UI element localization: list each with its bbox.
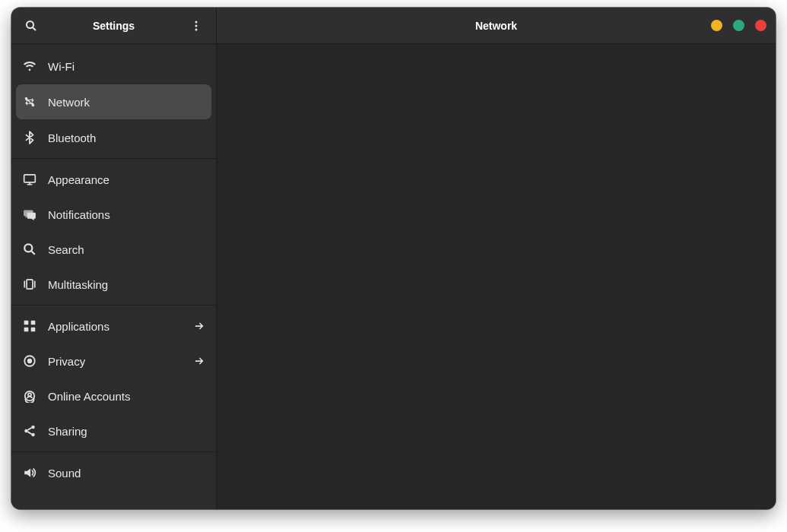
notifications-icon — [22, 207, 37, 222]
sidebar-item-label: Appearance — [48, 173, 205, 186]
separator — [11, 451, 216, 452]
multitasking-icon — [22, 277, 37, 292]
sidebar-item-label: Search — [48, 243, 205, 256]
sidebar-item-label: Notifications — [48, 208, 205, 221]
appearance-icon — [22, 172, 37, 187]
svg-line-1 — [33, 27, 36, 30]
sidebar-item-bluetooth[interactable]: Bluetooth — [11, 120, 216, 155]
sidebar-item-search[interactable]: Search — [11, 232, 216, 267]
search-icon — [25, 20, 37, 32]
wifi-icon — [22, 59, 37, 74]
svg-rect-17 — [24, 328, 29, 332]
close-button[interactable] — [755, 20, 766, 31]
sidebar-item-sound[interactable]: Sound — [11, 455, 216, 490]
window-controls — [711, 20, 766, 31]
online-accounts-icon — [22, 388, 37, 404]
separator — [11, 158, 216, 159]
svg-rect-15 — [24, 321, 29, 325]
sidebar-item-appearance[interactable]: Appearance — [11, 162, 216, 197]
separator — [11, 305, 216, 306]
svg-point-10 — [24, 244, 32, 252]
kebab-menu-icon — [190, 20, 202, 32]
sidebar-item-label: Applications — [48, 320, 182, 333]
svg-line-11 — [31, 251, 34, 254]
sidebar-item-label: Sound — [48, 467, 205, 480]
svg-point-20 — [28, 359, 32, 363]
content-area — [217, 44, 776, 509]
svg-rect-12 — [27, 280, 33, 289]
minimize-button[interactable] — [711, 20, 722, 31]
svg-rect-16 — [31, 321, 36, 325]
sidebar-item-multitasking[interactable]: Multitasking — [11, 267, 216, 302]
menu-button[interactable] — [182, 12, 210, 40]
sidebar-title: Settings — [45, 20, 182, 32]
sidebar-item-wi-fi[interactable]: Wi-Fi — [11, 49, 216, 84]
svg-point-0 — [27, 21, 33, 28]
sidebar-item-label: Multitasking — [48, 278, 205, 291]
sound-icon — [22, 465, 37, 480]
sidebar-item-applications[interactable]: Applications — [11, 309, 216, 344]
sidebar-item-notifications[interactable]: Notifications — [11, 197, 216, 232]
svg-point-2 — [195, 21, 198, 23]
sidebar-item-label: Network — [48, 96, 205, 109]
sidebar-item-label: Privacy — [48, 355, 182, 368]
sidebar-item-label: Sharing — [48, 425, 205, 438]
svg-point-24 — [24, 429, 28, 433]
privacy-icon — [22, 353, 37, 369]
sidebar: Wi-FiNetworkBluetoothAppearanceNotificat… — [11, 44, 217, 509]
svg-point-3 — [195, 24, 198, 27]
chevron-right-icon — [193, 355, 205, 367]
sidebar-item-network[interactable]: Network — [16, 84, 211, 119]
chevron-right-icon — [193, 320, 205, 332]
page-title: Network — [475, 20, 517, 32]
titlebar: Settings Network — [11, 8, 776, 44]
svg-rect-7 — [24, 175, 36, 182]
network-icon — [22, 94, 37, 109]
sharing-icon — [22, 423, 37, 439]
search-icon — [22, 242, 37, 257]
titlebar-main-section: Network — [217, 8, 776, 43]
svg-point-4 — [195, 28, 198, 30]
sidebar-item-label: Wi-Fi — [48, 60, 205, 73]
svg-rect-18 — [31, 328, 36, 332]
titlebar-sidebar-section: Settings — [11, 8, 217, 43]
sidebar-item-online-accounts[interactable]: Online Accounts — [11, 378, 216, 413]
sidebar-item-privacy[interactable]: Privacy — [11, 344, 216, 378]
sidebar-item-sharing[interactable]: Sharing — [11, 413, 216, 448]
search-button[interactable] — [17, 12, 45, 40]
sidebar-item-label: Bluetooth — [48, 131, 205, 144]
applications-icon — [22, 318, 37, 334]
settings-window: Settings Network Wi-FiNetworkBluet — [11, 8, 776, 509]
maximize-button[interactable] — [733, 20, 744, 31]
sidebar-item-label: Online Accounts — [48, 390, 205, 403]
bluetooth-icon — [22, 130, 37, 145]
body: Wi-FiNetworkBluetoothAppearanceNotificat… — [11, 44, 776, 509]
